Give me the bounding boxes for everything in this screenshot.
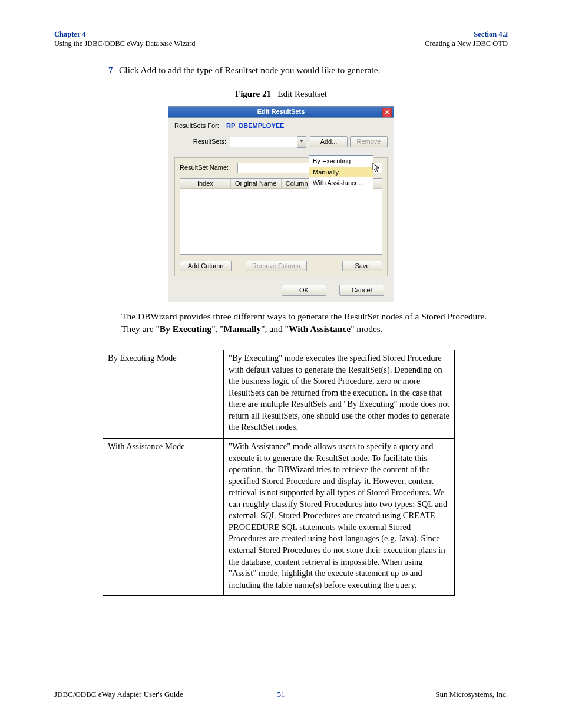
chapter-subtitle: Using the JDBC/ODBC eWay Database Wizard	[54, 39, 196, 48]
step-text: Click Add to add the type of Resultset n…	[119, 64, 380, 77]
chevron-down-icon[interactable]: ▼	[297, 136, 306, 148]
table-row: By Executing Mode "By Executing" mode ex…	[103, 350, 455, 439]
resultsets-label: ResultSets:	[174, 137, 230, 146]
resultset-name-label: ResultSet Name:	[180, 163, 237, 172]
dialog-titlebar: Edit ResultSets ✕	[168, 107, 394, 118]
grid-header-original-name[interactable]: Original Name	[231, 179, 282, 189]
page-footer: JDBC/ODBC eWay Adapter User's Guide 51 S…	[54, 689, 508, 700]
resultsets-for-label: ResultSets For:	[174, 121, 226, 130]
page-number: 51	[277, 689, 285, 700]
figure-title: Edit Resultset	[277, 89, 327, 98]
add-dropdown-menu: By Executing Manually With Assistance...	[309, 155, 373, 190]
dd-item-with-assistance[interactable]: With Assistance...	[309, 177, 373, 189]
section-title: Creating a New JDBC OTD	[425, 39, 508, 48]
dialog-title: Edit ResultSets	[257, 107, 305, 116]
dd-item-by-executing[interactable]: By Executing	[309, 156, 373, 167]
cell-mode-name: By Executing Mode	[103, 350, 224, 439]
add-column-button[interactable]: Add Column	[180, 261, 232, 272]
figure-caption: Figure 21 Edit Resultset	[54, 88, 508, 100]
step-number: 7	[108, 64, 119, 76]
figure-label: Figure 21	[235, 89, 271, 98]
grid-header-index[interactable]: Index	[180, 179, 231, 189]
page-header: Chapter 4 Using the JDBC/ODBC eWay Datab…	[54, 29, 508, 49]
cell-mode-desc: "With Assistance" mode allows users to s…	[224, 438, 455, 595]
svg-marker-0	[372, 163, 379, 172]
cell-mode-desc: "By Executing" mode executes the specifi…	[224, 350, 455, 439]
footer-right: Sun Microsystems, Inc.	[435, 689, 508, 700]
table-row: With Assistance Mode "With Assistance" m…	[103, 438, 455, 595]
cell-mode-name: With Assistance Mode	[103, 438, 224, 595]
cursor-icon	[372, 163, 382, 173]
cancel-button[interactable]: Cancel	[339, 285, 384, 296]
remove-button[interactable]: Remove	[350, 136, 388, 147]
resultsets-for-value: RP_DBEMPLOYEE	[226, 121, 284, 130]
resultsets-combo[interactable]: ▼	[230, 136, 306, 148]
save-button[interactable]: Save	[342, 261, 382, 272]
modes-table: By Executing Mode "By Executing" mode ex…	[103, 350, 455, 596]
chapter-label: Chapter 4	[54, 29, 196, 39]
close-icon[interactable]: ✕	[382, 108, 392, 117]
edit-resultsets-dialog: Edit ResultSets ✕ ResultSets For: RP_DBE…	[168, 106, 394, 303]
ok-button[interactable]: OK	[282, 285, 326, 296]
footer-left: JDBC/ODBC eWay Adapter User's Guide	[54, 689, 183, 700]
step-row: 7 Click Add to add the type of Resultset…	[54, 64, 508, 77]
remove-column-button[interactable]: Remove Column	[246, 261, 307, 272]
dd-item-manually[interactable]: Manually	[309, 167, 373, 178]
section-label: Section 4.2	[425, 29, 508, 39]
body-paragraph: The DBWizard provides three different wa…	[54, 311, 508, 335]
add-button[interactable]: Add...	[310, 136, 348, 147]
